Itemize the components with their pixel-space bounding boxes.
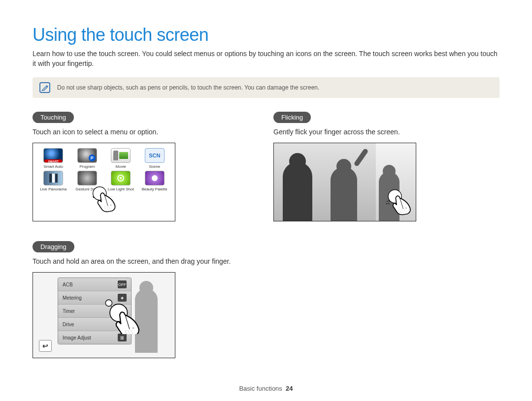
menu-row-acb[interactable]: ACBOFF [58, 278, 131, 291]
note-icon [39, 82, 50, 93]
finger-touch-icon [92, 186, 119, 213]
desc-dragging: Touch and hold an area on the screen, an… [33, 257, 259, 265]
page-title: Using the touch screen [33, 25, 499, 45]
page-intro: Learn how to use the touch screen. You c… [33, 49, 499, 68]
app-movie[interactable]: Movie [106, 148, 135, 169]
section-dragging: Dragging Touch and hold an area on the s… [33, 241, 259, 358]
section-flicking: Flicking Gently flick your finger across… [273, 112, 499, 221]
flick-hand-icon [386, 189, 413, 216]
app-live-panorama[interactable]: Live Panorama [39, 171, 68, 191]
chip-dragging: Dragging [33, 241, 74, 252]
app-program[interactable]: P Program [73, 148, 102, 169]
back-button[interactable]: ↩ [39, 340, 52, 352]
drag-screen-illustration: ACBOFF Metering◈ TimerOFF Drive▭ Image A… [33, 272, 175, 358]
app-smart-auto[interactable]: SMART Smart Auto [39, 148, 68, 169]
app-scene[interactable]: SCN Scene [140, 148, 169, 169]
note-box: Do not use sharp objects, such as pens o… [33, 77, 499, 98]
note-text: Do not use sharp objects, such as pens o… [57, 84, 319, 91]
silhouette-icon [283, 162, 312, 221]
svg-point-2 [105, 300, 112, 306]
drag-hand-icon [104, 299, 140, 334]
page-footer: Basic functions 24 [0, 385, 532, 392]
app-beauty-palette[interactable]: Beauty Palette [140, 171, 169, 191]
desc-touching: Touch an icon to select a menu or option… [33, 128, 259, 136]
silhouette-icon [331, 167, 357, 221]
section-touching: Touching Touch an icon to select a menu … [33, 112, 259, 221]
chip-flicking: Flicking [273, 112, 311, 123]
chip-touching: Touching [33, 112, 74, 123]
desc-flicking: Gently flick your finger across the scre… [273, 128, 499, 136]
flick-screen-illustration [273, 143, 416, 221]
touch-screen-illustration: SMART Smart Auto P Program [33, 143, 175, 221]
